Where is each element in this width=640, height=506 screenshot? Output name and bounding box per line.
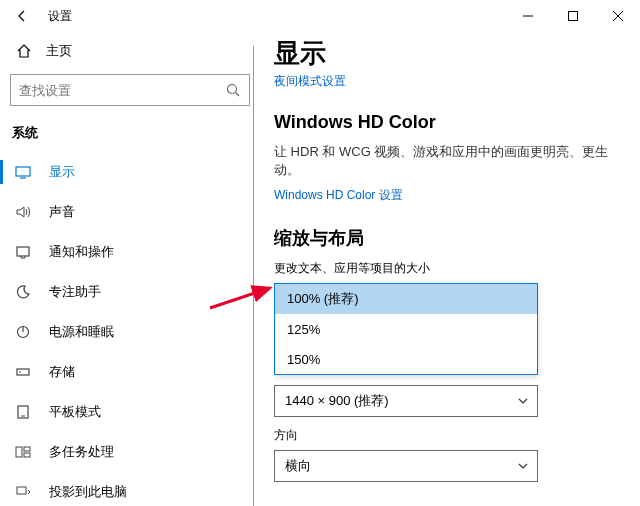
nav-focus-assist[interactable]: 专注助手 bbox=[0, 272, 260, 312]
nav-label: 存储 bbox=[49, 363, 75, 381]
minimize-button[interactable] bbox=[505, 1, 550, 31]
nav-storage[interactable]: 存储 bbox=[0, 352, 260, 392]
svg-line-3 bbox=[236, 93, 240, 97]
svg-rect-4 bbox=[16, 167, 30, 176]
scale-option-125[interactable]: 125% bbox=[275, 314, 537, 344]
orientation-combo[interactable]: 横向 bbox=[274, 450, 538, 482]
nav-multitasking[interactable]: 多任务处理 bbox=[0, 432, 260, 472]
nav-label: 投影到此电脑 bbox=[49, 483, 127, 501]
svg-point-10 bbox=[19, 371, 21, 373]
nav-label: 多任务处理 bbox=[49, 443, 114, 461]
nav-label: 专注助手 bbox=[49, 283, 101, 301]
svg-rect-1 bbox=[568, 12, 577, 21]
nav-power-sleep[interactable]: 电源和睡眠 bbox=[0, 312, 260, 352]
close-button[interactable] bbox=[595, 1, 640, 31]
nav-tablet-mode[interactable]: 平板模式 bbox=[0, 392, 260, 432]
sidebar-section-title: 系统 bbox=[0, 116, 260, 152]
nav-label: 声音 bbox=[49, 203, 75, 221]
home-nav[interactable]: 主页 bbox=[0, 32, 260, 70]
multitask-icon bbox=[15, 444, 31, 460]
content-area: 显示 夜间模式设置 Windows HD Color 让 HDR 和 WCG 视… bbox=[274, 36, 640, 506]
nav-label: 平板模式 bbox=[49, 403, 101, 421]
scale-layout-heading: 缩放与布局 bbox=[274, 226, 616, 250]
resolution-combo[interactable]: 1440 × 900 (推荐) bbox=[274, 385, 538, 417]
svg-point-2 bbox=[228, 85, 237, 94]
storage-icon bbox=[15, 364, 31, 380]
chevron-down-icon bbox=[517, 460, 529, 472]
nav-sound[interactable]: 声音 bbox=[0, 192, 260, 232]
power-icon bbox=[15, 324, 31, 340]
search-box[interactable] bbox=[10, 74, 250, 106]
svg-rect-14 bbox=[24, 447, 30, 451]
hd-color-link[interactable]: Windows HD Color 设置 bbox=[274, 187, 616, 204]
maximize-button[interactable] bbox=[550, 1, 595, 31]
nav-label: 电源和睡眠 bbox=[49, 323, 114, 341]
nav-label: 通知和操作 bbox=[49, 243, 114, 261]
chevron-down-icon bbox=[517, 395, 529, 407]
scale-option-100[interactable]: 100% (推荐) bbox=[275, 284, 537, 314]
tablet-icon bbox=[15, 404, 31, 420]
night-light-link[interactable]: 夜间模式设置 bbox=[274, 73, 616, 90]
orientation-value: 横向 bbox=[285, 457, 311, 475]
scale-dropdown-open[interactable]: 100% (推荐) 125% 150% bbox=[274, 283, 538, 375]
search-icon bbox=[225, 82, 241, 98]
resolution-value: 1440 × 900 (推荐) bbox=[285, 392, 389, 410]
project-icon bbox=[15, 484, 31, 500]
notify-icon bbox=[15, 244, 31, 260]
hd-color-heading: Windows HD Color bbox=[274, 112, 616, 133]
vertical-divider bbox=[253, 46, 254, 506]
back-button[interactable] bbox=[12, 6, 32, 26]
svg-rect-15 bbox=[24, 453, 30, 457]
page-title: 显示 bbox=[274, 36, 616, 71]
nav-notifications[interactable]: 通知和操作 bbox=[0, 232, 260, 272]
sidebar: 主页 系统 显示 声音 通知和操作 专注助手 电源和睡眠 bbox=[0, 32, 260, 506]
svg-rect-16 bbox=[17, 487, 26, 494]
scale-label: 更改文本、应用等项目的大小 bbox=[274, 260, 616, 277]
svg-rect-13 bbox=[16, 447, 22, 457]
window-controls bbox=[505, 1, 640, 31]
orientation-label: 方向 bbox=[274, 427, 616, 444]
nav-project[interactable]: 投影到此电脑 bbox=[0, 472, 260, 506]
sound-icon bbox=[15, 204, 31, 220]
window-title: 设置 bbox=[48, 8, 72, 25]
nav-display[interactable]: 显示 bbox=[0, 152, 260, 192]
title-bar: 设置 bbox=[0, 0, 640, 32]
svg-rect-9 bbox=[17, 369, 29, 375]
search-input[interactable] bbox=[19, 83, 225, 98]
nav-label: 显示 bbox=[49, 163, 75, 181]
focus-icon bbox=[15, 284, 31, 300]
display-icon bbox=[15, 164, 31, 180]
home-label: 主页 bbox=[46, 42, 72, 60]
scale-option-150[interactable]: 150% bbox=[275, 344, 537, 374]
svg-rect-6 bbox=[17, 247, 29, 256]
home-icon bbox=[16, 43, 32, 59]
hd-color-desc: 让 HDR 和 WCG 视频、游戏和应用中的画面更明亮、更生动。 bbox=[274, 143, 616, 179]
